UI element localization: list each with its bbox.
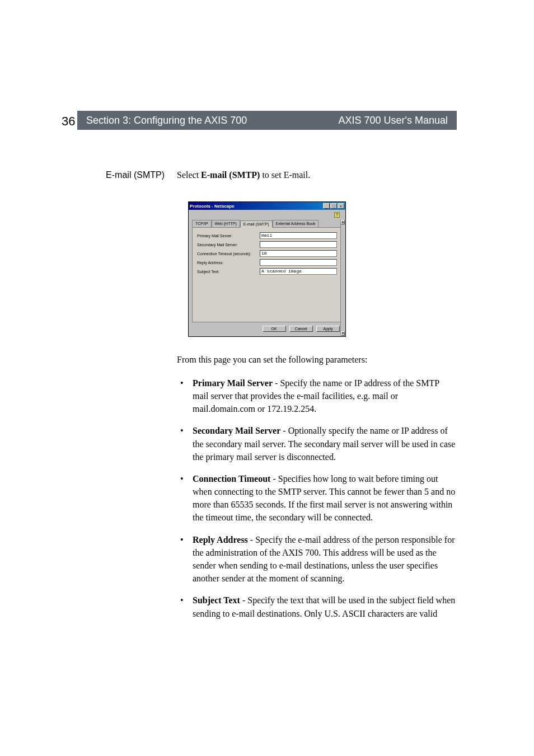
- bullet-reply-address: Reply Address: [193, 535, 248, 544]
- secondary-mail-server-label: Secondary Mail Server:: [197, 243, 260, 247]
- list-item: Subject Text - Specify the text that wil…: [177, 594, 457, 619]
- window-title: Protocols - Netscape: [190, 204, 322, 209]
- page-header: 36 Section 3: Configuring the AXIS 700 A…: [77, 111, 457, 130]
- window-titlebar: Protocols - Netscape _ □ ×: [189, 202, 345, 210]
- list-item: Connection Timeout - Specifies how long …: [177, 472, 457, 524]
- minimize-button[interactable]: _: [323, 203, 330, 209]
- scroll-down-icon[interactable]: ▼: [341, 331, 345, 336]
- ok-button[interactable]: OK: [263, 326, 286, 332]
- list-item: Secondary Mail Server - Optionally speci…: [177, 424, 457, 463]
- connection-timeout-input[interactable]: 10: [260, 250, 337, 257]
- secondary-mail-server-input[interactable]: [260, 241, 337, 248]
- tab-external-address-book[interactable]: External Address Book: [273, 220, 319, 227]
- cancel-button[interactable]: Cancel: [289, 326, 313, 332]
- intro-bold: E-mail (SMTP): [201, 170, 260, 180]
- reply-address-label: Reply Address:: [197, 261, 260, 265]
- dialog-actions: OK Cancel Apply: [192, 322, 342, 333]
- apply-button[interactable]: Apply: [316, 326, 340, 332]
- parameters-list: Primary Mail Server - Specify the name o…: [177, 377, 457, 620]
- side-label-email-smtp: E-mail (SMTP): [77, 169, 177, 181]
- bullet-primary-mail-server: Primary Mail Server: [193, 378, 273, 388]
- email-smtp-panel: Primary Mail Server: mail Secondary Mail…: [192, 228, 342, 322]
- primary-mail-server-label: Primary Mail Server:: [197, 234, 260, 238]
- scrollbar[interactable]: ▲ ▼: [340, 220, 345, 336]
- help-icon[interactable]: ?: [334, 212, 340, 218]
- intro-suffix: to set E-mail.: [260, 170, 310, 180]
- intro-text: Select E-mail (SMTP) to set E-mail.: [177, 169, 457, 181]
- page-number: 36: [62, 114, 75, 129]
- protocols-window: Protocols - Netscape _ □ × ? TCP/IP Web …: [188, 201, 346, 337]
- tab-email-smtp[interactable]: E-mail (SMTP): [240, 220, 273, 228]
- parameters-intro: From this page you can set the following…: [177, 354, 457, 366]
- bullet-subject-text: Subject Text: [193, 595, 240, 605]
- reply-address-input[interactable]: [260, 259, 337, 266]
- bullet-secondary-mail-server: Secondary Mail Server: [193, 426, 280, 435]
- close-button[interactable]: ×: [338, 203, 344, 209]
- list-item: Primary Mail Server - Specify the name o…: [177, 377, 457, 416]
- list-item: Reply Address - Specify the e-mail addre…: [177, 533, 457, 585]
- bullet-connection-timeout: Connection Timeout: [193, 474, 270, 483]
- primary-mail-server-input[interactable]: mail: [260, 232, 337, 239]
- subject-text-input[interactable]: A scanned image: [260, 268, 337, 275]
- section-title: Section 3: Configuring the AXIS 700: [77, 115, 247, 126]
- connection-timeout-label: Connection Timeout (seconds):: [197, 252, 260, 256]
- tab-web-http[interactable]: Web (HTTP): [212, 220, 240, 227]
- tab-strip: TCP/IP Web (HTTP) E-mail (SMTP) External…: [192, 220, 342, 228]
- scroll-up-icon[interactable]: ▲: [341, 220, 345, 224]
- tab-tcpip[interactable]: TCP/IP: [192, 220, 212, 227]
- intro-prefix: Select: [177, 170, 201, 180]
- subject-text-label: Subject Text:: [197, 270, 260, 274]
- manual-title: AXIS 700 User's Manual: [338, 115, 457, 126]
- maximize-button[interactable]: □: [330, 203, 337, 209]
